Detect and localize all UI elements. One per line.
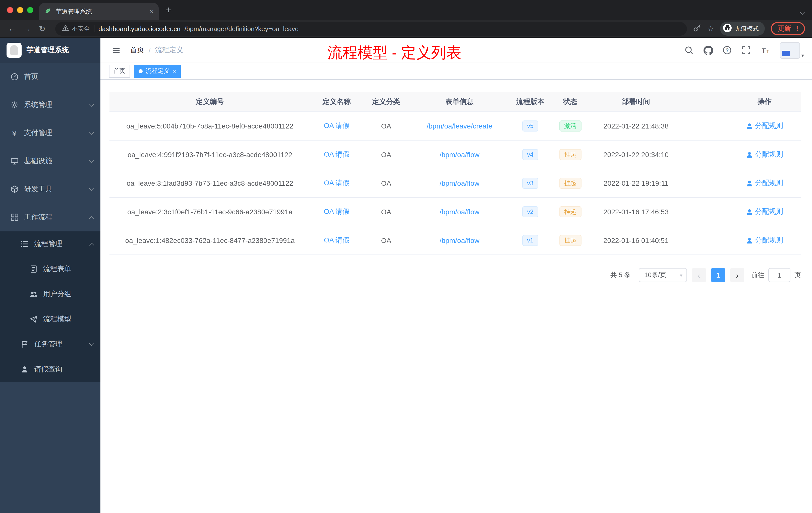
assign-rule-link[interactable]: 分配规则: [746, 150, 783, 159]
form-info-link[interactable]: /bpm/oa/flow: [440, 179, 480, 187]
breadcrumb-separator: /: [149, 46, 151, 54]
infrastructure-icon: [10, 157, 19, 165]
column-header-form: 表单信息: [409, 92, 510, 112]
sidebar-item-process-form[interactable]: 流程表单: [0, 256, 100, 281]
prev-page-button[interactable]: ‹: [692, 268, 706, 282]
tag-close-icon[interactable]: ×: [173, 68, 176, 74]
form-info-link[interactable]: /bpm/oa/flow: [440, 208, 480, 216]
sidebar-item-home[interactable]: 首页: [0, 63, 100, 91]
back-icon[interactable]: ←: [5, 24, 19, 33]
sidebar-item-user-group[interactable]: 用户分组: [0, 281, 100, 307]
fullscreen-icon[interactable]: [742, 46, 751, 55]
process-list-icon: [20, 240, 29, 248]
browser-menu-kebab-icon[interactable]: ⋮: [794, 25, 801, 32]
status-badge: 挂起: [559, 149, 581, 160]
paper-plane-icon: [29, 315, 38, 324]
workflow-icon: [10, 213, 19, 221]
assign-rule-link[interactable]: 分配规则: [746, 179, 783, 188]
sidebar-item-leave-query[interactable]: 请假查询: [0, 357, 100, 382]
sidebar-item-system-management[interactable]: 系统管理: [0, 91, 100, 119]
user-avatar-menu[interactable]: ▾: [780, 42, 804, 58]
search-icon[interactable]: [685, 46, 694, 55]
tab-favicon-icon: [44, 7, 52, 16]
github-icon[interactable]: [703, 46, 713, 55]
breadcrumb-home[interactable]: 首页: [130, 46, 144, 55]
tab-close-icon[interactable]: ×: [150, 7, 154, 16]
browser-toolbar: ← → ↻ 不安全 dashboard.yudao.iocoder.cn/bpm…: [0, 20, 812, 38]
assign-rule-link[interactable]: 分配规则: [746, 236, 783, 245]
form-info-link[interactable]: /bpm/oa/leave/create: [427, 122, 492, 130]
address-bar[interactable]: 不安全 dashboard.yudao.iocoder.cn/bpm/manag…: [55, 22, 687, 35]
forward-icon[interactable]: →: [20, 24, 34, 33]
page-size-select[interactable]: 10条/页 ▾: [639, 268, 687, 282]
sidebar-item-payment-management[interactable]: ¥ 支付管理: [0, 119, 100, 147]
deploy-time: 2022-01-22 21:48:38: [589, 112, 683, 140]
sidebar-item-devtools[interactable]: 研发工具: [0, 175, 100, 203]
new-tab-button[interactable]: +: [166, 4, 171, 16]
chevron-down-icon: [89, 101, 94, 107]
definition-id: oa_leave:2:3c1f0ef1-76b1-11ec-9c66-a2380…: [110, 198, 310, 226]
definition-name-link[interactable]: OA 请假: [324, 207, 350, 216]
question-icon[interactable]: ?: [723, 46, 732, 55]
assign-rule-link[interactable]: 分配规则: [746, 121, 783, 130]
password-key-icon[interactable]: [693, 23, 701, 34]
goto-label: 前往: [751, 271, 764, 280]
next-page-button[interactable]: ›: [730, 268, 744, 282]
svg-text:T: T: [762, 47, 766, 54]
sidebar-item-workflow[interactable]: 工作流程: [0, 203, 100, 232]
security-status[interactable]: 不安全: [62, 24, 90, 33]
brand-title: 芋道管理系统: [27, 46, 69, 55]
font-size-icon[interactable]: TT: [761, 46, 770, 55]
sidebar-item-infrastructure[interactable]: 基础设施: [0, 147, 100, 175]
page-number-button[interactable]: 1: [711, 268, 725, 282]
table-row: oa_leave:2:3c1f0ef1-76b1-11ec-9c66-a2380…: [110, 198, 801, 227]
goto-page-input[interactable]: [768, 268, 790, 282]
definition-name-link[interactable]: OA 请假: [324, 121, 350, 130]
column-header-version: 流程版本: [510, 92, 551, 112]
window-close-button[interactable]: [7, 7, 13, 13]
definition-id: oa_leave:4:991f2193-7b7f-11ec-a3c8-acde4…: [110, 141, 310, 169]
window-zoom-button[interactable]: [27, 7, 33, 13]
header-actions: ? TT ▾: [685, 42, 804, 58]
tab-title: 芋道管理系统: [56, 7, 146, 16]
workflow-submenu: 流程管理 流程表单 用户分组: [0, 232, 100, 382]
sidebar-item-task-management[interactable]: 任务管理: [0, 332, 100, 357]
sidebar-item-process-model[interactable]: 流程模型: [0, 307, 100, 332]
definition-name-link[interactable]: OA 请假: [324, 236, 350, 245]
breadcrumb-current: 流程定义: [155, 46, 183, 55]
version-badge: v5: [522, 120, 538, 131]
hamburger-icon[interactable]: [112, 46, 121, 55]
avatar[interactable]: [780, 42, 800, 58]
tag-home[interactable]: 首页: [109, 64, 130, 78]
table-row: oa_leave:4:991f2193-7b7f-11ec-a3c8-acde4…: [110, 141, 801, 169]
window-minimize-button[interactable]: [17, 7, 23, 13]
svg-text:?: ?: [726, 48, 729, 53]
deploy-time: 2022-01-16 17:46:53: [589, 198, 683, 226]
chevron-down-icon: [89, 341, 94, 346]
browser-tab[interactable]: 芋道管理系统 ×: [39, 3, 159, 20]
tab-search-icon[interactable]: [801, 7, 804, 16]
status-badge: 激活: [559, 120, 581, 131]
chevron-down-icon: [89, 186, 94, 191]
tag-process-definition[interactable]: 流程定义 ×: [134, 64, 181, 78]
pagination-jumper: 前往 页: [751, 268, 801, 282]
reload-icon[interactable]: ↻: [35, 24, 49, 33]
caret-down-icon: ▾: [802, 53, 804, 58]
browser-update-button[interactable]: 更新 ⋮: [771, 22, 805, 35]
update-label: 更新: [778, 24, 791, 33]
definition-category: OA: [363, 112, 409, 140]
form-info-link[interactable]: /bpm/oa/flow: [440, 151, 480, 159]
incognito-badge: 无痕模式: [720, 22, 765, 36]
definition-name-link[interactable]: OA 请假: [324, 150, 350, 159]
security-label: 不安全: [72, 24, 90, 33]
status-badge: 挂起: [559, 178, 581, 189]
brand-logo: [6, 43, 22, 58]
version-badge: v3: [522, 178, 538, 189]
form-info-link[interactable]: /bpm/oa/flow: [440, 236, 480, 244]
definition-category: OA: [363, 141, 409, 169]
definition-name-link[interactable]: OA 请假: [324, 179, 350, 188]
assign-rule-link[interactable]: 分配规则: [746, 207, 783, 216]
bookmark-star-icon[interactable]: ☆: [707, 24, 714, 33]
definition-category: OA: [363, 198, 409, 226]
sidebar-item-process-management[interactable]: 流程管理: [0, 232, 100, 256]
